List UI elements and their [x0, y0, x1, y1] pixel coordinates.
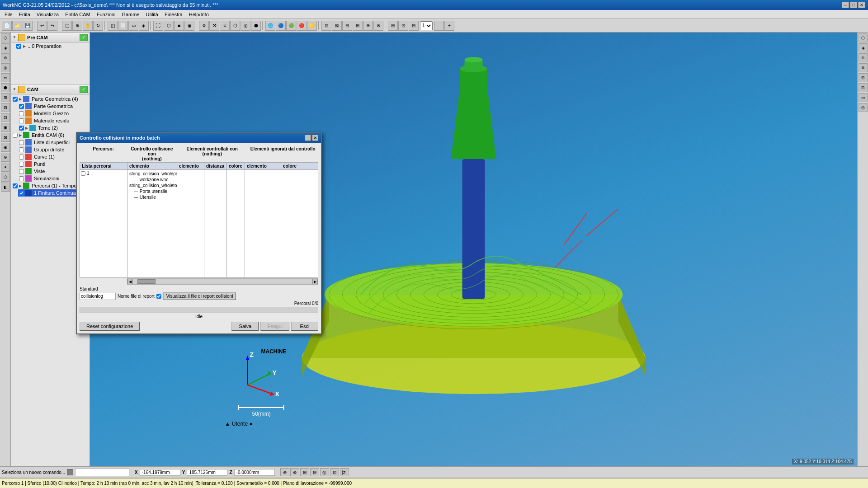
command-input[interactable]: [75, 468, 129, 476]
menu-visualizza[interactable]: Visualizza: [34, 11, 61, 18]
sidebar-icon-1[interactable]: ⬡: [1, 33, 10, 42]
cam-expand[interactable]: ▼: [13, 87, 16, 91]
tb-globe2[interactable]: 🔵: [276, 21, 286, 31]
cam-check-pg2[interactable]: [19, 104, 24, 109]
tb-rotate[interactable]: ↻: [93, 21, 103, 31]
cam-check-modello[interactable]: [19, 111, 24, 116]
sidebar-icon-3[interactable]: ⊕: [1, 53, 10, 62]
collision-wholepart[interactable]: string_collision_wholepart: [128, 171, 176, 177]
expand-pg[interactable]: ▶: [19, 97, 22, 101]
dialog-close[interactable]: ✕: [312, 135, 318, 141]
vp-btn-6[interactable]: ⊡: [330, 468, 339, 476]
expand-terne[interactable]: ▶: [25, 126, 28, 130]
cam-check-liste[interactable]: [19, 140, 24, 145]
pre-cam-confirm[interactable]: ✓: [80, 34, 88, 41]
path-check-1[interactable]: [81, 171, 85, 176]
collision-wholetool[interactable]: string_collision_wholetool: [128, 183, 176, 188]
reset-config-button[interactable]: Reset configurazione: [80, 322, 140, 331]
right-icon-6[interactable]: ⊟: [859, 83, 868, 92]
vp-btn-3[interactable]: ⊞: [300, 468, 309, 476]
report-checkbox[interactable]: [156, 294, 161, 299]
tb-iso[interactable]: ◈: [139, 21, 149, 31]
tb-select[interactable]: ▢: [62, 21, 72, 31]
sidebar-icon-14[interactable]: ✦: [1, 163, 10, 172]
pre-cam-item-expand[interactable]: ▶: [23, 44, 26, 48]
tb-pan[interactable]: ✋: [83, 21, 93, 31]
right-icon-4[interactable]: ⊗: [859, 63, 868, 72]
cam-check-finitura[interactable]: [19, 191, 24, 196]
tb-cam4[interactable]: ⬡: [230, 21, 240, 31]
tb-globe1[interactable]: 🌐: [265, 21, 275, 31]
right-icon-5[interactable]: ⊞: [859, 73, 868, 82]
tb-wire[interactable]: ⬡: [164, 21, 174, 31]
cam-check-viste[interactable]: [19, 169, 24, 174]
tb-side[interactable]: ▭: [128, 21, 138, 31]
tb-globe5[interactable]: 🟡: [307, 21, 317, 31]
title-bar-controls[interactable]: ─ □ ✕: [842, 2, 865, 8]
sidebar-icon-15[interactable]: ⬡: [1, 173, 10, 182]
tb-minus[interactable]: -: [434, 21, 444, 31]
right-icon-2[interactable]: ◈: [859, 43, 868, 52]
expand-entita[interactable]: ▶: [19, 133, 22, 137]
cam-check-terne[interactable]: [19, 126, 24, 131]
right-icon-3[interactable]: ⊕: [859, 53, 868, 62]
tb-open[interactable]: 📁: [12, 21, 22, 31]
tb-number-select[interactable]: 123: [420, 21, 433, 30]
report-filename-input[interactable]: [80, 293, 116, 300]
cam-check-simulazioni[interactable]: [19, 176, 24, 181]
vp-btn-4[interactable]: ⊟: [310, 468, 319, 476]
tb-extra1[interactable]: ⊞: [388, 21, 398, 31]
cam-check-curve[interactable]: [19, 155, 24, 160]
sidebar-icon-4[interactable]: ◎: [1, 63, 10, 72]
tb-cam5[interactable]: ◎: [241, 21, 250, 31]
collision-utensile[interactable]: — Utensile: [128, 194, 176, 200]
pre-cam-checkbox[interactable]: [16, 44, 21, 49]
cam-check-materiale[interactable]: [19, 118, 24, 123]
scroll-thumb[interactable]: [137, 279, 156, 284]
pre-cam-expand[interactable]: ▼: [13, 35, 16, 39]
collision-workzone[interactable]: — workzone.wnc: [128, 177, 176, 183]
tb-fit[interactable]: ⛶: [153, 21, 163, 31]
cam-item-terne[interactable]: ▶ Terne (2): [18, 124, 89, 131]
exit-button[interactable]: Esci: [291, 322, 318, 331]
dialog-controls[interactable]: ─ ✕: [305, 135, 318, 141]
scrollbar-track[interactable]: ◀ ▶: [127, 278, 318, 285]
minimize-button[interactable]: ─: [842, 2, 849, 8]
expand-percorsi[interactable]: ▶: [19, 184, 22, 188]
cam-confirm[interactable]: ✓: [80, 86, 88, 93]
sidebar-icon-11[interactable]: ⊠: [1, 133, 10, 142]
tb-extra3[interactable]: ⊟: [409, 21, 419, 31]
sidebar-icon-6[interactable]: ⬢: [1, 83, 10, 92]
cam-item-modello[interactable]: Modello Grezzo: [18, 110, 89, 117]
cam-check-entita[interactable]: [13, 133, 18, 138]
vp-btn-2[interactable]: ⊗: [290, 468, 299, 476]
tb-extra2[interactable]: ⊡: [398, 21, 408, 31]
tb-redo[interactable]: ↪: [47, 21, 57, 31]
sidebar-icon-7[interactable]: ⊞: [1, 93, 10, 102]
tb-front[interactable]: ◫: [108, 21, 118, 31]
tb-cam1[interactable]: ⚙: [199, 21, 209, 31]
tb-globe4[interactable]: 🔴: [297, 21, 307, 31]
cam-check-percorsi[interactable]: [13, 183, 18, 188]
menu-help[interactable]: Help/Info: [186, 11, 212, 18]
tb-solid[interactable]: ■: [174, 21, 184, 31]
tb-tool1[interactable]: ⊡: [321, 21, 331, 31]
tb-tool5[interactable]: ⊕: [363, 21, 373, 31]
tb-new[interactable]: 📄: [2, 21, 12, 31]
pre-cam-item[interactable]: ▶ ...0 Preparation: [11, 42, 90, 50]
scroll-left[interactable]: ◀: [127, 279, 133, 284]
menu-entita-cam[interactable]: Entità CAM: [62, 11, 93, 18]
menu-edita[interactable]: Edita: [16, 11, 33, 18]
tb-save[interactable]: 💾: [23, 21, 33, 31]
tb-tool2[interactable]: ⊠: [332, 21, 342, 31]
sidebar-icon-12[interactable]: ◉: [1, 143, 10, 152]
sidebar-icon-10[interactable]: ▣: [1, 123, 10, 132]
tb-globe3[interactable]: 🟢: [286, 21, 296, 31]
cam-check-pg[interactable]: [13, 97, 18, 102]
cam-item-pg[interactable]: Parte Geometrica: [18, 103, 89, 110]
sidebar-icon-9[interactable]: ⊡: [1, 113, 10, 122]
tb-top[interactable]: ⬜: [118, 21, 128, 31]
sidebar-icon-13[interactable]: ⊗: [1, 153, 10, 162]
collision-porta[interactable]: — Porta utensile: [128, 188, 176, 194]
run-button[interactable]: Esegui: [260, 322, 289, 331]
